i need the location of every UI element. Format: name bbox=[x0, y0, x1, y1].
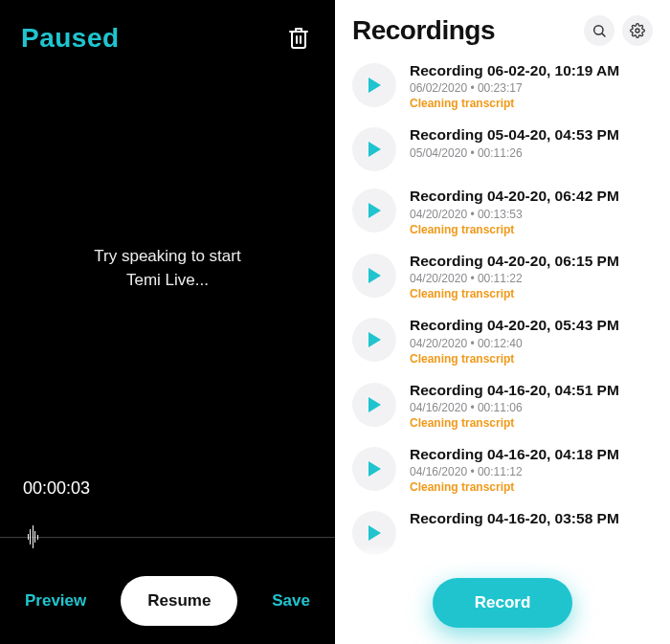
delete-button[interactable] bbox=[283, 22, 314, 55]
list-item[interactable]: Recording 04-16-20, 04:18 PM04/16/2020 •… bbox=[335, 437, 670, 501]
settings-button[interactable] bbox=[622, 15, 653, 46]
list-item[interactable]: Recording 04-16-20, 04:51 PM04/16/2020 •… bbox=[335, 373, 670, 437]
play-icon bbox=[367, 267, 382, 284]
recording-meta: 04/16/2020 • 00:11:12 bbox=[410, 465, 653, 478]
page-title: Recordings bbox=[352, 15, 495, 46]
play-button[interactable] bbox=[352, 318, 396, 362]
recording-status: Cleaning transcript bbox=[410, 416, 653, 430]
svg-rect-0 bbox=[292, 32, 305, 48]
trash-icon bbox=[287, 26, 310, 51]
play-button[interactable] bbox=[352, 189, 396, 233]
list-item[interactable]: Recording 04-16-20, 03:58 PM bbox=[335, 501, 670, 562]
play-icon bbox=[367, 141, 382, 158]
recording-meta: 04/20/2020 • 00:11:22 bbox=[410, 272, 653, 285]
play-icon bbox=[367, 524, 382, 542]
recording-title: Recording 05-04-20, 04:53 PM bbox=[410, 125, 653, 144]
recording-title: Recording 04-16-20, 03:58 PM bbox=[410, 509, 653, 527]
play-icon bbox=[367, 77, 382, 94]
recording-status: Cleaning transcript bbox=[410, 480, 653, 494]
play-icon bbox=[367, 202, 382, 219]
recording-panel: Paused Try speaking to start Temi Live..… bbox=[0, 0, 335, 644]
recording-status: Cleaning transcript bbox=[410, 223, 653, 236]
recording-title: Recording 04-16-20, 04:51 PM bbox=[410, 381, 653, 399]
list-item[interactable]: Recording 05-04-20, 04:53 PM05/04/2020 •… bbox=[335, 118, 670, 179]
waveform-blip bbox=[27, 524, 38, 549]
recording-meta: 05/04/2020 • 00:11:26 bbox=[410, 146, 653, 160]
recording-title: Recording 04-16-20, 04:18 PM bbox=[410, 445, 653, 463]
recording-status: Cleaning transcript bbox=[410, 352, 653, 366]
recording-title: Recording 04-20-20, 06:15 PM bbox=[410, 252, 653, 270]
play-button[interactable] bbox=[352, 447, 396, 491]
svg-point-1 bbox=[594, 26, 603, 34]
list-item[interactable]: Recording 04-20-20, 05:43 PM04/20/2020 •… bbox=[335, 308, 670, 372]
recording-prompt: Try speaking to start Temi Live... bbox=[0, 57, 335, 478]
play-icon bbox=[367, 396, 382, 413]
recording-meta: 04/20/2020 • 00:13:53 bbox=[410, 208, 653, 221]
prompt-line-1: Try speaking to start bbox=[94, 244, 240, 269]
waveform bbox=[0, 516, 335, 558]
svg-point-2 bbox=[636, 29, 639, 33]
list-item[interactable]: Recording 04-20-20, 06:42 PM04/20/2020 •… bbox=[335, 179, 670, 243]
elapsed-time: 00:00:03 bbox=[0, 478, 335, 499]
recording-meta: 06/02/2020 • 00:23:17 bbox=[410, 81, 653, 95]
search-button[interactable] bbox=[584, 15, 614, 46]
gear-icon bbox=[630, 23, 645, 38]
save-button[interactable]: Save bbox=[272, 591, 310, 611]
prompt-line-2: Temi Live... bbox=[126, 268, 209, 293]
recordings-panel: Recordings Recording 06-02-20, 10:19 AM0… bbox=[335, 0, 670, 644]
recording-title: Recording 04-20-20, 05:43 PM bbox=[410, 316, 653, 334]
play-button[interactable] bbox=[352, 63, 396, 107]
play-button[interactable] bbox=[352, 511, 396, 555]
search-icon bbox=[592, 23, 607, 38]
play-button[interactable] bbox=[352, 383, 396, 427]
play-icon bbox=[367, 331, 382, 348]
list-item[interactable]: Recording 06-02-20, 10:19 AM06/02/2020 •… bbox=[335, 54, 670, 118]
resume-button[interactable]: Resume bbox=[121, 576, 237, 626]
preview-button[interactable]: Preview bbox=[25, 591, 86, 611]
recording-status-title: Paused bbox=[21, 23, 120, 54]
play-button[interactable] bbox=[352, 254, 396, 298]
recording-status: Cleaning transcript bbox=[410, 97, 653, 110]
recording-status: Cleaning transcript bbox=[410, 287, 653, 300]
recording-meta: 04/20/2020 • 00:12:40 bbox=[410, 337, 653, 350]
recording-title: Recording 06-02-20, 10:19 AM bbox=[410, 61, 653, 79]
recording-title: Recording 04-20-20, 06:42 PM bbox=[410, 187, 653, 205]
list-item[interactable]: Recording 04-20-20, 06:15 PM04/20/2020 •… bbox=[335, 244, 670, 308]
play-button[interactable] bbox=[352, 127, 396, 171]
record-button[interactable]: Record bbox=[433, 578, 573, 628]
recording-meta: 04/16/2020 • 00:11:06 bbox=[410, 401, 653, 414]
play-icon bbox=[367, 460, 382, 477]
